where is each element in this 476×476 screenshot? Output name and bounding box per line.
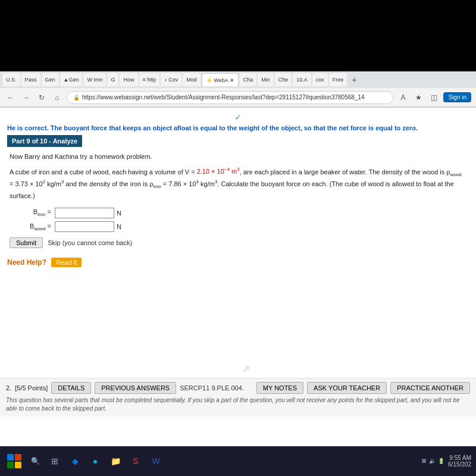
taskbar-icon-mail[interactable]: S xyxy=(127,453,144,469)
taskbar: 🔍 ⊞ ◆ ● 📁 S W ⌘ 🔉 🔋 9:55 AM 6/15/202 xyxy=(0,446,476,476)
skip-button[interactable]: Skip (you cannot come back) xyxy=(48,239,132,246)
tab-che[interactable]: Che xyxy=(275,73,292,86)
wifi-icon: ⌘ xyxy=(421,458,427,464)
bottom-toolbar: 2. [5/5 Points] DETAILS PREVIOUS ANSWERS… xyxy=(0,378,476,416)
taskbar-search-button[interactable]: 🔍 xyxy=(27,453,43,469)
back-button[interactable]: ← xyxy=(5,92,17,104)
tab-free[interactable]: Free xyxy=(329,73,347,86)
systray: ⌘ 🔉 🔋 xyxy=(421,458,444,464)
check-bar: ✓ xyxy=(7,111,469,123)
forward-button[interactable]: → xyxy=(20,92,32,104)
details-button[interactable]: DETAILS xyxy=(51,382,91,394)
problem-section: Now Barry and Kachina try a homework pro… xyxy=(7,152,469,248)
need-help-label: Need Help? xyxy=(7,258,46,267)
problem-code: SERCP11 9.PLE.004. xyxy=(180,384,253,392)
volume-highlight: 2.10 × 10−4 m3 xyxy=(197,168,240,175)
battery-icon: 🔋 xyxy=(438,458,444,464)
volume-icon: 🔉 xyxy=(429,458,436,464)
win-square-yellow xyxy=(15,462,21,468)
favorites-icon[interactable]: ★ xyxy=(412,92,424,104)
ask-teacher-button[interactable]: ASK YOUR TEACHER xyxy=(307,382,387,394)
taskbar-icon-files[interactable]: 📁 xyxy=(107,453,124,469)
feedback-text: He is correct. The buoyant force that ke… xyxy=(7,123,469,135)
extensions-icon[interactable]: ◫ xyxy=(428,92,440,104)
bwood-label: Bwood = xyxy=(10,221,51,233)
home-button[interactable]: ⌂ xyxy=(51,92,63,104)
tab-cov[interactable]: ♪ Cov xyxy=(161,73,181,86)
points-badge: [5/5 Points] xyxy=(15,384,48,392)
url-text: https://www.webassign.net/web/Student/As… xyxy=(82,94,365,101)
win-square-blue xyxy=(7,454,14,461)
address-bar: ← → ↻ ⌂ 🔒 https://www.webassign.net/web/… xyxy=(0,88,476,107)
toolbar-row1: 2. [5/5 Points] DETAILS PREVIOUS ANSWERS… xyxy=(6,382,470,394)
read-it-button[interactable]: Read It xyxy=(51,258,82,267)
toolbar-note: This question has several parts that mus… xyxy=(6,396,470,413)
lock-icon: 🔒 xyxy=(73,95,80,101)
tab-cha[interactable]: Cha xyxy=(240,73,257,86)
win-square-red xyxy=(15,454,21,461)
tab-cov2[interactable]: cov xyxy=(312,73,328,86)
taskbar-icon-edge[interactable]: ● xyxy=(87,453,104,469)
refresh-button[interactable]: ↻ xyxy=(36,92,48,104)
tab-us[interactable]: U.S. xyxy=(2,73,20,86)
tab-mod[interactable]: Mod xyxy=(183,73,201,86)
taskbar-icon-word[interactable]: W xyxy=(148,453,164,469)
bwood-row: Bwood = N xyxy=(10,221,466,233)
date-display: 6/15/202 xyxy=(448,461,471,468)
biron-unit: N xyxy=(117,208,121,218)
practice-another-button[interactable]: PRACTICE ANOTHER xyxy=(390,382,470,394)
page-content: ✓ He is correct. The buoyant force that … xyxy=(0,108,476,271)
my-notes-button[interactable]: MY NOTES xyxy=(256,382,303,394)
problem-intro: Now Barry and Kachina try a homework pro… xyxy=(10,152,466,162)
check-icon: ✓ xyxy=(234,112,242,122)
win-square-green xyxy=(7,462,14,468)
tab-bar: U.S. Pass Gen ▲Gen W Imn G How ≡ http ♪ … xyxy=(0,71,476,88)
settings-icon[interactable]: A xyxy=(397,92,409,104)
cursor-arrow: ⇗ xyxy=(242,363,250,374)
biron-row: Biron = N xyxy=(10,207,466,218)
tab-gen2[interactable]: ▲Gen xyxy=(60,73,83,86)
biron-input[interactable] xyxy=(55,208,114,218)
problem-body: A cube of iron and a cube of wood, each … xyxy=(10,167,466,202)
tab-10a[interactable]: 10.A xyxy=(293,73,311,86)
new-tab-button[interactable]: + xyxy=(348,75,360,84)
sign-in-button[interactable]: Sign in xyxy=(443,92,471,102)
url-input[interactable]: 🔒 https://www.webassign.net/web/Student/… xyxy=(67,91,393,104)
bwood-unit: N xyxy=(117,222,121,232)
biron-label: Biron = xyxy=(10,207,51,218)
need-help-section: Need Help? Read It xyxy=(7,258,469,267)
tab-http[interactable]: ≡ http xyxy=(139,73,160,86)
start-button[interactable] xyxy=(5,452,24,471)
taskbar-time: 9:55 AM 6/15/202 xyxy=(448,455,471,468)
tab-gen1[interactable]: Gen xyxy=(42,73,59,86)
part-header: Part 9 of 10 - Analyze xyxy=(7,135,82,147)
taskbar-icon-browser[interactable]: ◆ xyxy=(67,453,83,469)
tab-pass[interactable]: Pass xyxy=(21,73,40,86)
previous-answers-button[interactable]: PREVIOUS ANSWERS xyxy=(95,382,176,394)
time-display: 9:55 AM xyxy=(448,455,471,461)
tab-how[interactable]: How xyxy=(120,73,137,86)
tab-min[interactable]: Min xyxy=(258,73,274,86)
bwood-input[interactable] xyxy=(55,221,114,232)
tab-g[interactable]: G xyxy=(107,73,118,86)
tab-imn[interactable]: W Imn xyxy=(83,73,106,86)
taskbar-icon-widget[interactable]: ⊞ xyxy=(46,453,63,469)
points-label: 2. xyxy=(6,384,11,392)
action-buttons: Submit Skip (you cannot come back) xyxy=(10,237,466,248)
submit-button[interactable]: Submit xyxy=(10,237,43,248)
tab-weba[interactable]: ⚡ WebA ✕ xyxy=(202,73,239,86)
